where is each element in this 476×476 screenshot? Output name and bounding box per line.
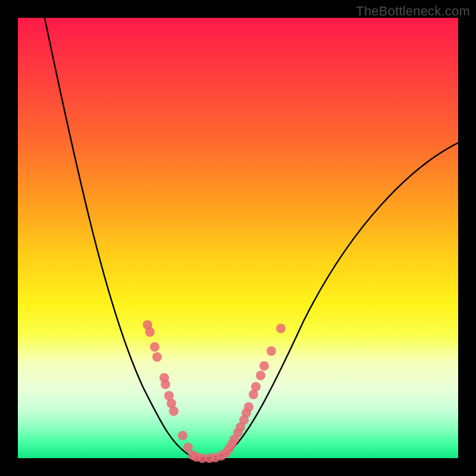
marker-point [244, 402, 253, 412]
marker-point [259, 361, 269, 371]
watermark-text: TheBottleneck.com [356, 4, 470, 19]
marker-point [145, 327, 155, 337]
marker-point [161, 380, 170, 389]
marker-point [256, 371, 265, 380]
chart-frame: TheBottleneck.com [0, 0, 476, 476]
marker-point [267, 346, 276, 356]
plot-area [18, 18, 458, 458]
chart-svg [18, 18, 458, 458]
marker-point [150, 342, 159, 352]
marker-group [143, 320, 286, 463]
marker-point [276, 324, 286, 333]
marker-point [152, 352, 162, 362]
marker-point [251, 382, 261, 392]
marker-point [178, 431, 187, 440]
marker-point [169, 406, 178, 416]
